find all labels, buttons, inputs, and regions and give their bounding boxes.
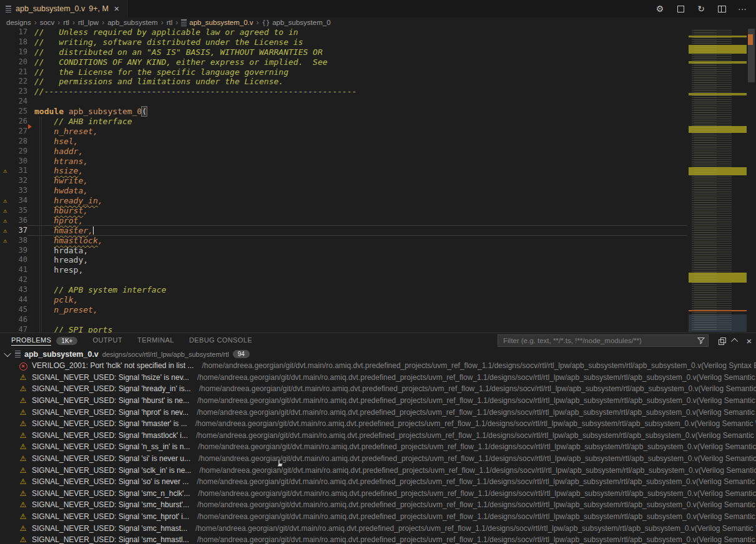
- code-line[interactable]: 39 hrdata,: [0, 246, 689, 256]
- breadcrumb-symbol[interactable]: {} apb_subsystem_0: [262, 19, 331, 26]
- code-line[interactable]: 33 hwdata,: [0, 186, 689, 196]
- problem-row[interactable]: ⚠SIGNAL_NEVER_USED: Signal 'smc_hmast...…: [0, 522, 756, 534]
- problem-row[interactable]: ⚠SIGNAL_NEVER_USED: Signal 'hburst' is n…: [0, 395, 756, 407]
- split-editor-icon[interactable]: [717, 4, 727, 14]
- code-line[interactable]: 27 n_hreset,: [0, 127, 689, 137]
- code-line[interactable]: ⚠36 hprot,: [0, 216, 689, 226]
- line-number[interactable]: 40: [10, 255, 27, 265]
- code-line[interactable]: ⚠35 hburst,: [0, 206, 689, 216]
- line-number[interactable]: 19: [10, 47, 27, 57]
- breadcrumb-item[interactable]: rtl_lpw: [78, 19, 99, 26]
- problem-row[interactable]: ⚠SIGNAL_NEVER_USED: Signal 'hmastlock' i…: [0, 430, 756, 442]
- line-number[interactable]: 26: [10, 117, 27, 127]
- line-number[interactable]: 22: [10, 77, 27, 87]
- line-number[interactable]: 44: [10, 295, 27, 305]
- line-number[interactable]: 17: [10, 27, 27, 37]
- breadcrumb-item[interactable]: apb_subsystem: [107, 19, 158, 26]
- breadcrumb-item[interactable]: designs: [6, 19, 31, 26]
- line-number[interactable]: 27: [10, 127, 27, 137]
- problems-filter-input[interactable]: [498, 334, 709, 347]
- line-number[interactable]: 46: [10, 315, 27, 325]
- problem-row[interactable]: ⚠SIGNAL_NEVER_USED: Signal 'smc_hprot' i…: [0, 511, 756, 523]
- maximize-panel-icon[interactable]: [729, 334, 742, 347]
- problem-row[interactable]: ⚠SIGNAL_NEVER_USED: Signal 'hready_in' i…: [0, 383, 756, 395]
- problem-row[interactable]: ⚠SIGNAL_NEVER_USED: Signal 'n_ss_in' is …: [0, 441, 756, 453]
- code-line[interactable]: ⚠38 hmastlock,: [0, 236, 689, 246]
- tab-close-icon[interactable]: ×: [112, 4, 121, 14]
- settings-gear-icon[interactable]: ⚙: [655, 4, 665, 14]
- code-line[interactable]: 17// Unless required by applicable law o…: [0, 27, 689, 37]
- code-line[interactable]: 18// writing, software distributed under…: [0, 37, 689, 47]
- close-panel-icon[interactable]: ×: [742, 334, 756, 347]
- breadcrumb-item[interactable]: rtl: [167, 19, 173, 26]
- code-line[interactable]: ⚠31 hsize,: [0, 166, 689, 176]
- line-number[interactable]: 47: [10, 325, 27, 333]
- line-number[interactable]: 31: [10, 166, 27, 176]
- line-number[interactable]: 21: [10, 67, 27, 77]
- problem-row[interactable]: ×VERILOG_2001: Port 'hclk' not specified…: [0, 360, 756, 372]
- line-number[interactable]: 45: [10, 305, 27, 315]
- code-line[interactable]: 29 haddr,: [0, 147, 689, 157]
- problem-row[interactable]: ⚠SIGNAL_NEVER_USED: Signal 'smc_hburst'.…: [0, 499, 756, 511]
- problem-row[interactable]: ⚠SIGNAL_NEVER_USED: Signal 'hprot' is ne…: [0, 406, 756, 418]
- code-line[interactable]: 43 // APB system interface: [0, 285, 689, 295]
- line-number[interactable]: 23: [10, 87, 27, 97]
- code-line[interactable]: 24: [0, 97, 689, 107]
- panel-tab-debug-console[interactable]: DEBUG CONSOLE: [189, 334, 252, 347]
- code-line[interactable]: 28 hsel,: [0, 137, 689, 147]
- code-line[interactable]: 26 // AHB interface: [0, 117, 689, 127]
- panel-tab-output[interactable]: OUTPUT: [92, 334, 122, 347]
- editor[interactable]: 17// Unless required by applicable law o…: [0, 27, 756, 333]
- code-line[interactable]: 46: [0, 315, 689, 325]
- panel-tab-terminal[interactable]: TERMINAL: [137, 334, 174, 347]
- minimap[interactable]: [689, 27, 747, 333]
- line-number[interactable]: 43: [10, 285, 27, 295]
- editor-scrollbar[interactable]: [747, 27, 756, 333]
- line-number[interactable]: 33: [10, 186, 27, 196]
- problem-row[interactable]: ⚠SIGNAL_NEVER_USED: Signal 'sclk_in' is …: [0, 464, 756, 476]
- line-number[interactable]: 25: [10, 107, 27, 117]
- line-number[interactable]: 28: [10, 137, 27, 147]
- code-line[interactable]: 47 // SPI ports: [0, 325, 689, 333]
- line-number[interactable]: 30: [10, 157, 27, 167]
- code-line[interactable]: 42: [0, 275, 689, 285]
- square-icon[interactable]: [675, 4, 685, 14]
- code-line[interactable]: 40 hready,: [0, 255, 689, 265]
- line-number[interactable]: 42: [10, 275, 27, 285]
- line-number[interactable]: 41: [10, 265, 27, 275]
- line-number[interactable]: 39: [10, 246, 27, 256]
- panel-tab-problems[interactable]: PROBLEMS1K+: [11, 334, 77, 347]
- breadcrumb-item[interactable]: rtl: [63, 19, 69, 26]
- line-number[interactable]: 18: [10, 37, 27, 47]
- breadcrumb-file[interactable]: apb_subsystem_0.v: [181, 19, 253, 26]
- line-number[interactable]: 37: [10, 226, 27, 236]
- line-number[interactable]: 34: [10, 196, 27, 206]
- line-number[interactable]: 32: [10, 176, 27, 186]
- line-number[interactable]: 35: [10, 206, 27, 216]
- editor-tab-apb-subsystem[interactable]: apb_subsystem_0.v 9+, M ×: [0, 0, 128, 17]
- line-number[interactable]: 38: [10, 236, 27, 246]
- problem-row[interactable]: ⚠SIGNAL_NEVER_USED: Signal 'smc_n_hclk'.…: [0, 488, 756, 500]
- line-number[interactable]: 24: [10, 97, 27, 107]
- code-line[interactable]: 25module apb_subsystem_0(: [0, 107, 689, 117]
- code-line[interactable]: 45 n_preset,: [0, 305, 689, 315]
- code-line[interactable]: ⚠34 hready_in,: [0, 196, 689, 206]
- problem-row[interactable]: ⚠SIGNAL_NEVER_USED: Signal 'smc_hmastl..…: [0, 534, 756, 544]
- line-number[interactable]: 36: [10, 216, 27, 226]
- code-line[interactable]: ⚠37 hmaster,: [0, 226, 689, 236]
- code-line[interactable]: 21// the License for the specific langua…: [0, 67, 689, 77]
- code-area[interactable]: 17// Unless required by applicable law o…: [0, 27, 689, 333]
- code-line[interactable]: 22// permissions and limitations under t…: [0, 77, 689, 87]
- more-actions-icon[interactable]: ···: [737, 4, 747, 14]
- breadcrumb-item[interactable]: socv: [40, 19, 55, 26]
- problem-row[interactable]: ⚠SIGNAL_NEVER_USED: Signal 'hsize' is ne…: [0, 372, 756, 384]
- sync-icon[interactable]: ↻: [696, 4, 706, 14]
- code-line[interactable]: 41 hresp,: [0, 265, 689, 275]
- code-line[interactable]: 23//------------------------------------…: [0, 87, 689, 97]
- code-line[interactable]: 20// CONDITIONS OF ANY KIND, either expr…: [0, 57, 689, 67]
- code-line[interactable]: 44 pclk,: [0, 295, 689, 305]
- problem-row[interactable]: ⚠SIGNAL_NEVER_USED: Signal 'so' is never…: [0, 476, 756, 488]
- code-line[interactable]: 30 htrans,: [0, 157, 689, 167]
- line-number[interactable]: 20: [10, 57, 27, 67]
- problems-file-group[interactable]: apb_subsystem_0.v designs/socv/rtl/rtl_l…: [0, 348, 756, 360]
